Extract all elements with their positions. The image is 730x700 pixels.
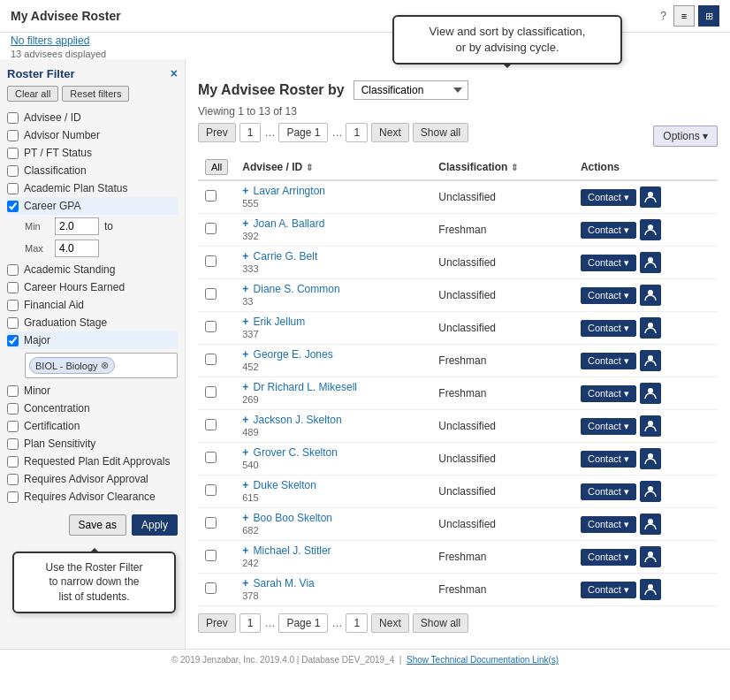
filter-major-checkbox[interactable] (7, 335, 19, 346)
filter-advisor-number-checkbox[interactable] (7, 130, 19, 141)
next-button-top[interactable]: Next (371, 123, 409, 142)
advisee-name-1[interactable]: Joan A. Ballard (254, 217, 325, 230)
row-checkbox-2[interactable] (205, 255, 217, 267)
expand-icon-5[interactable]: + (242, 348, 248, 361)
profile-icon-button-11[interactable] (640, 546, 661, 567)
filter-requested-plan-edit-approvals-checkbox[interactable] (7, 456, 19, 468)
profile-icon-button-0[interactable] (640, 186, 661, 208)
expand-icon-12[interactable]: + (242, 577, 248, 590)
profile-icon-button-3[interactable] (640, 285, 661, 306)
contact-button-6[interactable]: Contact ▾ (581, 385, 636, 402)
row-checkbox-12[interactable] (205, 582, 217, 594)
footer-link[interactable]: Show Technical Documentation Link(s) (407, 655, 559, 665)
expand-icon-9[interactable]: + (242, 479, 248, 491)
filter-graduation-stage-checkbox[interactable] (7, 317, 19, 329)
contact-button-0[interactable]: Contact ▾ (581, 189, 636, 206)
advisee-name-11[interactable]: Michael J. Stitler (254, 544, 331, 557)
contact-button-9[interactable]: Contact ▾ (581, 483, 636, 500)
row-checkbox-3[interactable] (205, 288, 217, 300)
advisee-name-0[interactable]: Lavar Arrington (254, 185, 325, 197)
row-checkbox-4[interactable] (205, 321, 217, 332)
row-checkbox-11[interactable] (205, 550, 217, 561)
expand-icon-8[interactable]: + (242, 446, 248, 459)
prev-button-top[interactable]: Prev (198, 123, 236, 142)
row-checkbox-0[interactable] (205, 190, 217, 202)
profile-icon-button-12[interactable] (640, 579, 661, 600)
profile-icon-button-6[interactable] (640, 383, 661, 404)
profile-icon-button-2[interactable] (640, 252, 661, 273)
list-view-button[interactable]: ≡ (673, 5, 695, 27)
contact-button-3[interactable]: Contact ▾ (581, 287, 636, 304)
contact-button-11[interactable]: Contact ▾ (581, 549, 636, 566)
profile-icon-button-9[interactable] (640, 481, 661, 502)
filter-classification-checkbox[interactable] (7, 165, 19, 177)
contact-button-7[interactable]: Contact ▾ (581, 418, 636, 435)
contact-button-10[interactable]: Contact ▾ (581, 516, 636, 533)
sort-classification-icon[interactable]: ⇕ (511, 163, 518, 172)
profile-icon-button-1[interactable] (640, 219, 661, 240)
advisee-name-5[interactable]: George E. Jones (254, 348, 333, 361)
filter-minor-checkbox[interactable] (7, 385, 19, 397)
filter-academic-standing-checkbox[interactable] (7, 264, 19, 276)
major-tag-remove-button[interactable]: ⊗ (101, 360, 109, 371)
contact-button-1[interactable]: Contact ▾ (581, 222, 636, 239)
profile-icon-button-7[interactable] (640, 415, 661, 437)
expand-icon-7[interactable]: + (242, 414, 248, 426)
row-checkbox-6[interactable] (205, 386, 217, 398)
gpa-min-input[interactable] (55, 217, 99, 235)
row-checkbox-7[interactable] (205, 419, 217, 430)
advisee-name-12[interactable]: Sarah M. Via (254, 577, 315, 590)
save-as-button[interactable]: Save as (69, 514, 126, 536)
apply-button[interactable]: Apply (132, 514, 178, 536)
profile-icon-button-10[interactable] (640, 514, 661, 535)
advisee-name-7[interactable]: Jackson J. Skelton (254, 414, 342, 426)
row-checkbox-10[interactable] (205, 517, 217, 529)
advisee-name-9[interactable]: Duke Skelton (254, 479, 316, 491)
next-button-bottom[interactable]: Next (371, 613, 409, 633)
advisee-name-3[interactable]: Diane S. Common (254, 283, 340, 295)
filter-plan-sensitivity-checkbox[interactable] (7, 438, 19, 450)
contact-button-5[interactable]: Contact ▾ (581, 353, 636, 369)
sidebar-close-button[interactable]: × (171, 66, 178, 80)
profile-icon-button-5[interactable] (640, 350, 661, 371)
filter-career-hours-earned-checkbox[interactable] (7, 282, 19, 293)
row-checkbox-9[interactable] (205, 484, 217, 496)
sort-advisee-id-icon[interactable]: ⇕ (306, 163, 313, 172)
expand-icon-1[interactable]: + (242, 217, 248, 230)
show-all-button-top[interactable]: Show all (413, 123, 468, 142)
advisee-name-6[interactable]: Dr Richard L. Mikesell (254, 381, 357, 393)
expand-icon-0[interactable]: + (242, 185, 248, 197)
expand-icon-6[interactable]: + (242, 381, 248, 393)
filter-advisee-id-checkbox[interactable] (7, 112, 19, 124)
filter-pt-ft-status-checkbox[interactable] (7, 148, 19, 159)
options-button[interactable]: Options ▾ (653, 126, 718, 147)
filter-career-gpa-checkbox[interactable] (7, 201, 19, 212)
contact-button-12[interactable]: Contact ▾ (581, 582, 636, 598)
gpa-max-input[interactable] (55, 240, 99, 257)
profile-icon-button-8[interactable] (640, 448, 661, 469)
expand-icon-11[interactable]: + (242, 544, 248, 557)
contact-button-2[interactable]: Contact ▾ (581, 255, 636, 271)
prev-button-bottom[interactable]: Prev (198, 613, 236, 633)
help-icon[interactable]: ? (660, 10, 666, 22)
select-all-button[interactable]: All (205, 159, 228, 175)
advisee-name-8[interactable]: Grover C. Skelton (254, 446, 338, 459)
filter-financial-aid-checkbox[interactable] (7, 300, 19, 311)
grid-view-button[interactable]: ⊞ (698, 5, 719, 27)
filter-requires-advisor-clearance-checkbox[interactable] (7, 491, 19, 503)
advisee-name-4[interactable]: Erik Jellum (254, 316, 306, 328)
expand-icon-10[interactable]: + (242, 512, 248, 524)
profile-icon-button-4[interactable] (640, 317, 661, 339)
contact-button-8[interactable]: Contact ▾ (581, 451, 636, 468)
advisee-name-2[interactable]: Carrie G. Belt (254, 250, 318, 262)
expand-icon-4[interactable]: + (242, 316, 248, 328)
filter-requires-advisor-approval-checkbox[interactable] (7, 474, 19, 485)
expand-icon-3[interactable]: + (242, 283, 248, 295)
filter-concentration-checkbox[interactable] (7, 403, 19, 415)
filter-certification-checkbox[interactable] (7, 421, 19, 432)
row-checkbox-1[interactable] (205, 223, 217, 234)
advisee-name-10[interactable]: Boo Boo Skelton (254, 512, 332, 524)
clear-all-button[interactable]: Clear all (7, 86, 58, 102)
expand-icon-2[interactable]: + (242, 250, 248, 262)
show-all-button-bottom[interactable]: Show all (413, 613, 468, 633)
